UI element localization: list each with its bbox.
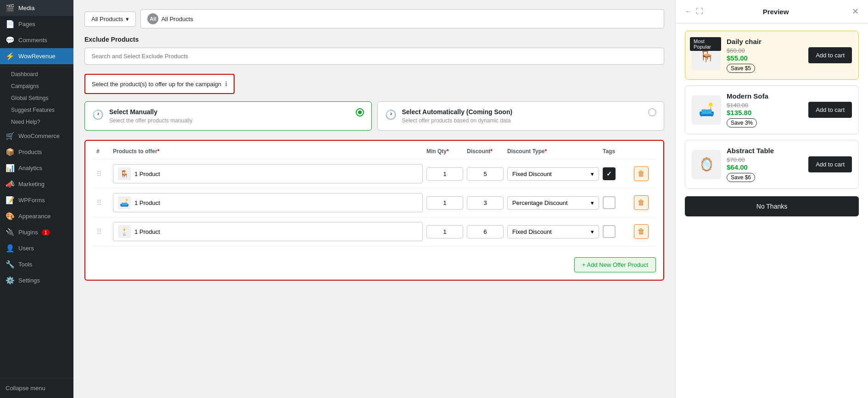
drag-handle[interactable]: ⠿ (96, 199, 109, 207)
manual-icon: 🕐 (92, 109, 104, 120)
min-qty-1[interactable] (426, 167, 463, 181)
product-cell-3[interactable]: 🕯️ 1 Product (113, 222, 423, 241)
sidebar-item-wpforms[interactable]: 📝 WPForms (0, 192, 73, 208)
discount-1[interactable] (467, 167, 504, 181)
sidebar-item-label: Media (18, 5, 34, 11)
manual-desc: Select the offer products manually (109, 117, 192, 124)
add-offer-btn[interactable]: + Add New Offer Product (574, 257, 656, 272)
product-cell-2[interactable]: 🛋️ 1 Product (113, 193, 423, 212)
auto-desc: Select offer products based on dynamic d… (402, 117, 513, 124)
preview-product-info-2: Modern Sofa $140.00 $135.80 Save 3% (727, 92, 803, 127)
preview-save-badge-1: Save $5 (727, 64, 755, 73)
sidebar-item-users[interactable]: 👤 Users (0, 240, 73, 256)
discount-3[interactable] (467, 225, 504, 238)
sidebar-sub-dashboard[interactable]: Dashboard (0, 68, 73, 80)
plugins-icon: 🔌 (6, 228, 15, 237)
sidebar-item-label: Tools (18, 261, 32, 268)
drag-handle[interactable]: ⠿ (96, 170, 109, 178)
auto-icon: 🕐 (385, 109, 397, 120)
product-thumb-1: 🪑 (118, 167, 131, 180)
tag-checkbox-3[interactable] (603, 225, 616, 238)
chevron-down-icon: ▾ (591, 228, 594, 235)
sidebar-item-label: Marketing (18, 181, 45, 188)
sidebar-item-pages[interactable]: 📄 Pages (0, 16, 73, 32)
product-cell-1[interactable]: 🪑 1 Product (113, 164, 423, 183)
preview-controls: ← ⛶ (685, 7, 703, 16)
sidebar-sub-global-settings[interactable]: Global Settings (0, 92, 73, 104)
sidebar-item-tools[interactable]: 🔧 Tools (0, 256, 73, 272)
sidebar-sub-need-help[interactable]: Need Help? (0, 116, 73, 128)
sidebar-item-settings[interactable]: ⚙️ Settings (0, 272, 73, 288)
discount-type-2[interactable]: Percentage Discount ▾ (507, 196, 599, 210)
col-products: Products to offer* (113, 148, 423, 155)
product-thumb-2: 🛋️ (118, 196, 131, 209)
manual-card-text: Select Manually Select the offer product… (109, 108, 192, 124)
need-help-label: Need Help? (11, 119, 40, 125)
selection-card-manual[interactable]: 🕐 Select Manually Select the offer produ… (84, 101, 372, 131)
sidebar-item-products[interactable]: 📦 Products (0, 144, 73, 160)
selection-card-auto[interactable]: 🕐 Select Automatically (Coming Soon) Sel… (377, 101, 665, 131)
delete-btn-1[interactable]: 🗑 (634, 166, 649, 181)
analytics-icon: 📊 (6, 164, 15, 172)
sidebar-item-woocommerce[interactable]: 🛒 WooCommerce (0, 128, 73, 144)
preview-close-btn[interactable]: ✕ (852, 6, 859, 17)
sidebar-item-media[interactable]: 🎬 Media (0, 0, 73, 16)
min-qty-2[interactable] (426, 196, 463, 210)
campaign-box: Select the product(s) to offer up for th… (84, 74, 235, 94)
sidebar-item-wowrevenue[interactable]: ⚡ WowRevenue (0, 48, 73, 64)
campaigns-label: Campaigns (11, 83, 39, 89)
sidebar-item-appearance[interactable]: 🎨 Appearance (0, 208, 73, 224)
col-hash: # (96, 148, 109, 155)
delete-btn-3[interactable]: 🗑 (634, 224, 649, 239)
auto-radio[interactable] (648, 108, 656, 116)
preview-save-badge-2: Save 3% (727, 118, 757, 127)
exclude-products-search[interactable] (84, 48, 664, 65)
sidebar-item-comments[interactable]: 💬 Comments (0, 32, 73, 48)
plugins-badge: 1 (42, 229, 50, 236)
preview-card-3: 🪞 Abstract Table $70.00 $64.00 Save $6 A… (685, 140, 859, 189)
info-icon: ℹ (225, 80, 227, 88)
delete-btn-2[interactable]: 🗑 (634, 195, 649, 210)
table-row: ⠿ 🛋️ 1 Product Percentage Discount ▾ 🗑 (93, 188, 656, 217)
col-tags: Tags (603, 148, 630, 155)
collapse-menu[interactable]: Collapse menu (6, 383, 68, 393)
drag-handle[interactable]: ⠿ (96, 227, 109, 236)
manual-radio[interactable] (356, 108, 364, 116)
col-discount: Discount* (467, 148, 504, 155)
chevron-down-icon: ▾ (591, 171, 594, 177)
add-to-cart-btn-3[interactable]: Add to cart (808, 156, 852, 172)
sidebar-item-marketing[interactable]: 📣 Marketing (0, 176, 73, 192)
sidebar-item-label: WooCommerce (18, 133, 60, 139)
sidebar-sub-campaigns[interactable]: Campaigns (0, 80, 73, 92)
col-discount-type: Discount Type* (507, 148, 599, 155)
sidebar-item-label: Analytics (18, 165, 42, 171)
no-thanks-btn[interactable]: No Thanks (685, 196, 859, 216)
tag-checkbox-1[interactable] (603, 167, 616, 180)
discount-type-1[interactable]: Fixed Discount ▾ (507, 167, 599, 181)
min-qty-3[interactable] (426, 225, 463, 238)
preview-card-1: 🪑 Most Popular Daily chair $60.00 $55.00… (685, 31, 859, 80)
all-products-dropdown[interactable]: All Products ▾ (84, 11, 136, 27)
preview-save-badge-3: Save $6 (727, 173, 755, 182)
discount-2[interactable] (467, 196, 504, 210)
tag-checkbox-2[interactable] (603, 196, 616, 209)
table-row: ⠿ 🕯️ 1 Product Fixed Discount ▾ 🗑 (93, 217, 656, 246)
discount-type-3[interactable]: Fixed Discount ▾ (507, 225, 599, 238)
preview-expand-btn[interactable]: ⛶ (696, 7, 703, 16)
add-to-cart-btn-2[interactable]: Add to cart (808, 102, 852, 118)
preview-product-name-2: Modern Sofa (727, 92, 803, 100)
manual-title: Select Manually (109, 108, 192, 116)
sidebar-item-label: Users (18, 245, 34, 252)
add-to-cart-btn-1[interactable]: Add to cart (808, 47, 852, 63)
sidebar-item-plugins[interactable]: 🔌 Plugins 1 (0, 224, 73, 240)
sidebar-sub-suggest-features[interactable]: Suggest Features (0, 104, 73, 116)
sidebar-item-label: WPForms (18, 197, 45, 204)
sidebar-item-analytics[interactable]: 📊 Analytics (0, 160, 73, 176)
campaign-label: Select the product(s) to offer up for th… (92, 81, 221, 88)
chevron-down-icon: ▾ (126, 16, 129, 22)
sidebar-item-label: Plugins (18, 229, 38, 236)
table-header: # Products to offer* Min Qty* Discount* … (93, 148, 656, 160)
preview-back-btn[interactable]: ← (685, 7, 692, 16)
tools-icon: 🔧 (6, 260, 15, 269)
media-icon: 🎬 (6, 4, 15, 12)
